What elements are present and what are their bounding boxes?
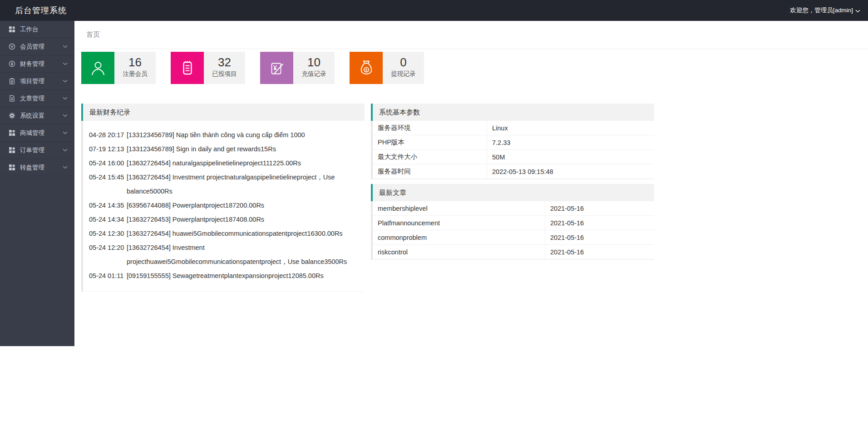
stat-value: 16 (114, 56, 156, 69)
row-value: 2021-05-16 (545, 201, 654, 215)
record-time: 05-24 12:20 (89, 241, 127, 269)
table-row: 服务器环境 Linux (373, 121, 654, 135)
finance-record: 05-24 12:20 [13632726454] Investment pro… (89, 241, 365, 269)
finance-record: 05-24 14:34 [13632726453] Powerplantproj… (89, 213, 365, 227)
record-text: [09159155555] Sewagetreatmentplantexpans… (127, 269, 365, 283)
panel-title: 最新财务纪录 (89, 108, 130, 117)
chevron-down-icon (63, 45, 68, 48)
row-value: 7.2.33 (487, 135, 654, 149)
table-row: 最大文件大小 50M (373, 150, 654, 164)
system-panel-header: 系统基本参数 (371, 104, 654, 121)
sidebar-item-6[interactable]: 商城管理 (0, 124, 74, 142)
table-row: PHP版本 7.2.33 (373, 135, 654, 150)
articles-panel: 最新文章 membershiplevel 2021-05-16 Platfman… (371, 184, 654, 260)
finance-record: 05-24 12:30 [13632726454] huawei5Gmobile… (89, 227, 365, 241)
stat-label: 注册会员 (114, 70, 156, 78)
row-label: 服务器时间 (373, 164, 487, 179)
sidebar-item-label: 会员管理 (20, 43, 63, 51)
panel-title: 最新文章 (379, 189, 406, 197)
finance-panel-header: 最新财务纪录 (81, 104, 365, 121)
sidebar-item-2[interactable]: 财务管理 (0, 55, 74, 73)
finance-panel: 最新财务纪录 04-28 20:17 [133123456789] Nạp ti… (81, 104, 365, 292)
system-params-table: 服务器环境 Linux PHP版本 7.2.33 最大文件大小 50M 服务器时… (371, 121, 654, 179)
row-value: 2021-05-16 (545, 230, 654, 244)
invest-icon (171, 52, 204, 84)
table-row: Platfmannouncement 2021-05-16 (373, 216, 654, 230)
chevron-down-icon (63, 166, 68, 169)
finance-icon (9, 60, 15, 67)
topbar: 后台管理系统 欢迎您，管理员[admin] (0, 0, 868, 21)
record-text: [13632726454] huawei5Gmobilecommunicatio… (127, 227, 365, 241)
recharge-icon (260, 52, 293, 84)
finance-record: 05-24 14:35 [63956744088] Powerplantproj… (89, 199, 365, 213)
sidebar: 工作台 会员管理 财务管理 项目管理 文章管理 系统设置 商城管理 订单管理 转… (0, 21, 74, 346)
grid-icon (9, 129, 15, 136)
record-time: 05-24 16:00 (89, 156, 127, 170)
article-icon (9, 95, 15, 102)
sidebar-item-5[interactable]: 系统设置 (0, 107, 74, 124)
stat-value: 32 (204, 56, 245, 69)
table-row: 服务器时间 2022-05-13 09:15:48 (373, 164, 654, 179)
svg-text:$: $ (365, 67, 368, 72)
row-value: 2022-05-13 09:15:48 (487, 164, 654, 179)
row-value: 50M (487, 150, 654, 164)
sidebar-item-label: 工作台 (20, 25, 68, 34)
breadcrumb-home[interactable]: 首页 (86, 30, 100, 39)
record-text: [133123456789] Sign in daily and get rew… (127, 142, 365, 156)
grid-icon (9, 147, 15, 154)
grid-icon (9, 164, 15, 171)
welcome-text: 欢迎您，管理员[admin] (790, 6, 853, 15)
record-text: [13632726454] Investment projectnaturalg… (127, 170, 365, 199)
finance-record: 07-19 12:13 [133123456789] Sign in daily… (89, 142, 365, 156)
row-value: 2021-05-16 (545, 216, 654, 230)
stat-value: 10 (293, 56, 335, 69)
table-row: membershiplevel 2021-05-16 (373, 201, 654, 216)
stat-card: $ 0 提现记录 (350, 52, 424, 84)
chevron-down-icon (63, 62, 68, 65)
withdraw-icon: $ (350, 52, 383, 84)
record-time: 05-24 12:30 (89, 227, 127, 241)
sidebar-item-label: 财务管理 (20, 60, 63, 68)
finance-records: 04-28 20:17 [133123456789] Nạp tiền thàn… (81, 121, 365, 292)
user-icon (81, 52, 114, 84)
row-label: riskcontrol (373, 245, 545, 259)
record-text: [13632726453] Powerplantproject187408.00… (127, 213, 365, 227)
sidebar-item-label: 商城管理 (20, 129, 63, 137)
record-text: [13632726454] Investment projecthuawei5G… (127, 241, 365, 269)
sidebar-item-label: 文章管理 (20, 94, 63, 103)
app-title: 后台管理系统 (15, 5, 67, 16)
articles-panel-header: 最新文章 (371, 184, 654, 201)
finance-record: 05-24 01:11 [09159155555] Sewagetreatmen… (89, 269, 365, 283)
sidebar-item-4[interactable]: 文章管理 (0, 90, 74, 107)
sidebar-item-7[interactable]: 订单管理 (0, 142, 74, 159)
row-label: commonproblem (373, 230, 545, 244)
row-value: Linux (487, 121, 654, 135)
chevron-down-icon (855, 10, 860, 13)
sidebar-item-label: 系统设置 (20, 112, 63, 120)
sidebar-item-1[interactable]: 会员管理 (0, 38, 74, 55)
panel-title: 系统基本参数 (379, 108, 420, 117)
record-text: [133123456789] Nạp tiền thành công và cu… (127, 128, 365, 142)
admin-dashboard: 后台管理系统 欢迎您，管理员[admin] 工作台 会员管理 财务管理 项目管理… (0, 0, 868, 422)
breadcrumb: 首页 (74, 21, 868, 49)
sidebar-item-8[interactable]: 转盘管理 (0, 159, 74, 176)
chevron-down-icon (63, 97, 68, 100)
content: 16 注册会员 32 已投项目 10 充值记录 $ 0 提现记录 最新财务纪录 (74, 49, 868, 292)
finance-record: 05-24 16:00 [13632726454] naturalgaspipe… (89, 156, 365, 170)
row-label: 服务器环境 (373, 121, 487, 135)
row-label: PHP版本 (373, 135, 487, 149)
grid-icon (9, 26, 15, 33)
stat-card: 10 充值记录 (260, 52, 335, 84)
record-time: 05-24 01:11 (89, 269, 127, 283)
sidebar-item-0[interactable]: 工作台 (0, 21, 74, 38)
articles-table: membershiplevel 2021-05-16 Platfmannounc… (371, 201, 654, 260)
chevron-down-icon (63, 131, 68, 134)
sidebar-item-3[interactable]: 项目管理 (0, 73, 74, 90)
record-time: 07-19 12:13 (89, 142, 127, 156)
table-row: riskcontrol 2021-05-16 (373, 245, 654, 259)
user-menu[interactable]: 欢迎您，管理员[admin] (790, 6, 860, 15)
record-text: [13632726454] naturalgaspipelinetielinep… (127, 156, 365, 170)
stat-card: 16 注册会员 (81, 52, 156, 84)
system-params-panel: 系统基本参数 服务器环境 Linux PHP版本 7.2.33 最大文件大小 5… (371, 104, 654, 179)
table-row: commonproblem 2021-05-16 (373, 230, 654, 245)
